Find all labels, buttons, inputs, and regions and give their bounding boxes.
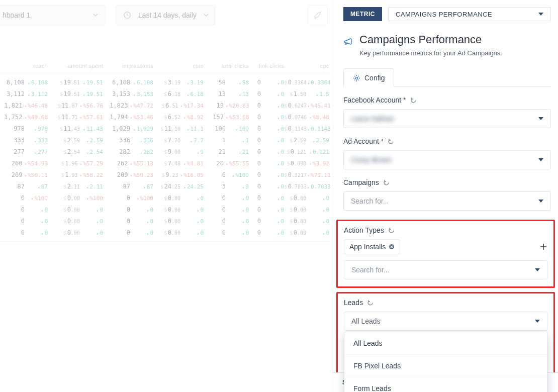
svg-point-1 <box>355 77 357 79</box>
col-amount-spent: amount spent <box>48 63 103 69</box>
cell-impr: 1,794%53.46 <box>103 114 153 121</box>
cell-reach: 6,1086,108 <box>0 79 48 86</box>
metric-select[interactable]: CAMPAIGNS PERFORMANCE <box>388 7 551 21</box>
action-type-chip[interactable]: App Installs <box>344 239 400 254</box>
cell-links: 00 <box>249 171 284 178</box>
cell-impr: 3,1533,153 <box>103 90 153 97</box>
table-row: 260%54.93$1.96%57.29262%55.13$7.48%4.812… <box>0 157 332 169</box>
leads-selected-value: All Leads <box>351 317 381 325</box>
leads-option[interactable]: All Leads <box>344 332 547 354</box>
table-row: 978978$11.4311.431,0291,029$11.1011.1100… <box>0 123 332 134</box>
action-types-select[interactable]: Search for... <box>344 260 547 279</box>
metric-picker-row: METRIC CAMPAIGNS PERFORMANCE <box>343 7 551 21</box>
refresh-icon[interactable] <box>367 300 374 306</box>
highlight-action-types: Action Types App Installs Search for... <box>336 220 555 288</box>
cell-impr: 00 <box>103 218 153 225</box>
dashboard-select[interactable]: hboard 1 <box>0 5 106 25</box>
cell-cpc: $0.70330.7033 <box>284 183 329 190</box>
cell-spent: $19.5119.51 <box>48 79 103 86</box>
cell-links: 00 <box>249 183 284 190</box>
refresh-icon[interactable] <box>388 138 394 145</box>
action-types-placeholder: Search for... <box>351 266 389 274</box>
facebook-account-value: Laura Salinas <box>351 115 394 123</box>
cell-spent: $11.71%57.61 <box>48 114 103 121</box>
cell-spent: $0.00%100 <box>48 194 103 202</box>
cell-cpm: $11.1011.1 <box>153 125 204 132</box>
cell-impr: 00 <box>103 206 153 213</box>
cell-cpc: $0.3217%79.11 <box>284 171 329 178</box>
cell-links: 00 <box>249 194 284 202</box>
tab-config[interactable]: Config <box>343 68 394 87</box>
cell-links: 00 <box>249 79 284 86</box>
leads-option[interactable]: Form Leads <box>344 377 547 392</box>
cell-impr: 0%100 <box>103 194 153 202</box>
cell-reach: 00 <box>0 229 48 236</box>
cell-impr: 209%50.23 <box>103 171 153 178</box>
leads-label: Leads <box>344 299 363 307</box>
cell-cpc: $0.000 <box>284 229 329 236</box>
cell-spent: $0.000 <box>48 218 103 225</box>
table-row: 3,1123,112$19.5119.513,1533,153$6.186.18… <box>0 88 332 100</box>
cell-cpm: $0.000 <box>153 194 204 202</box>
cell-cpc: $1.501.5 <box>284 90 329 97</box>
cell-impr: 00 <box>103 229 153 236</box>
cell-impr: 282282 <box>103 148 153 155</box>
caret-down-icon <box>538 158 543 161</box>
cell-cpc: $0.11430.1143 <box>284 125 329 132</box>
style-button[interactable] <box>308 5 328 25</box>
refresh-icon[interactable] <box>388 227 395 234</box>
table-row: 00$0.00000$0.0000000$0.000 <box>0 204 332 215</box>
leads-option[interactable]: FB Pixel Leads <box>344 354 547 377</box>
main-content: hboard 1 Last 14 days, daily reach amoun… <box>0 0 332 392</box>
highlight-leads: Leads All Leads All LeadsFB Pixel LeadsF… <box>336 292 555 392</box>
cell-links: 00 <box>249 114 284 121</box>
field-leads: Leads All Leads All LeadsFB Pixel LeadsF… <box>344 299 547 391</box>
leads-select[interactable]: All Leads <box>344 312 547 331</box>
caret-down-icon <box>535 268 540 271</box>
campaigns-select[interactable]: Search for... <box>343 191 551 211</box>
add-action-type-button[interactable] <box>539 243 547 251</box>
cell-reach: 0%100 <box>0 194 48 202</box>
cell-cpm: $24.2524.25 <box>153 183 204 190</box>
cell-impr: 1,823%47.72 <box>103 102 153 109</box>
cell-cpc: $0.000 <box>284 218 329 225</box>
cell-spent: $11.87%56.78 <box>48 102 103 109</box>
cell-spent: $11.4311.43 <box>48 125 103 132</box>
cell-reach: 1,821%46.48 <box>0 102 48 109</box>
cell-reach: 8787 <box>0 183 48 190</box>
refresh-icon[interactable] <box>410 97 417 104</box>
cell-links: 00 <box>249 218 284 225</box>
megaphone-icon <box>343 37 353 47</box>
cell-reach: 277277 <box>0 148 48 155</box>
refresh-icon[interactable] <box>383 179 390 186</box>
ad-account-select[interactable]: Corey Brown <box>343 150 551 169</box>
clock-icon <box>123 11 131 19</box>
col-link-clicks: link clicks <box>249 63 284 69</box>
cell-spent: $2.542.54 <box>48 148 103 155</box>
facebook-account-select[interactable]: Laura Salinas <box>343 109 551 128</box>
cell-reach: 209%50.11 <box>0 171 48 178</box>
cell-spent: $2.592.59 <box>48 137 103 144</box>
cell-spent: $2.112.11 <box>48 183 103 190</box>
cell-cpc: $0.0746%8.48 <box>284 114 329 121</box>
cell-impr: 6,1086,108 <box>103 79 153 86</box>
ad-account-value: Corey Brown <box>351 156 392 164</box>
cell-reach: 1,752%49.68 <box>0 114 48 121</box>
table-row: 8787$2.112.118787$24.2524.253300$0.70330… <box>0 180 332 192</box>
cell-cpc: $0.33640.3364 <box>284 79 329 86</box>
caret-down-icon <box>538 13 543 16</box>
cell-spent: $1.93%58.22 <box>48 171 103 178</box>
cell-links: 00 <box>249 137 284 144</box>
cell-cpm: $0.000 <box>153 229 204 236</box>
daterange-select[interactable]: Last 14 days, daily <box>116 5 216 25</box>
panel-title: Campaigns Performance <box>359 33 502 46</box>
campaigns-label: Campaigns <box>343 178 379 186</box>
remove-chip-icon[interactable] <box>389 244 395 250</box>
caret-down-icon <box>538 117 543 120</box>
config-panel: METRIC CAMPAIGNS PERFORMANCE Campaigns P… <box>332 0 558 392</box>
cell-cpc: $0.000 <box>284 194 329 202</box>
table-row: 0%100$0.00%1000%100$0.0000000$0.000 <box>0 192 332 204</box>
dashboard-select-label: hboard 1 <box>3 11 30 19</box>
cell-links: 00 <box>249 148 284 155</box>
col-total-clicks: total clicks <box>204 63 249 69</box>
